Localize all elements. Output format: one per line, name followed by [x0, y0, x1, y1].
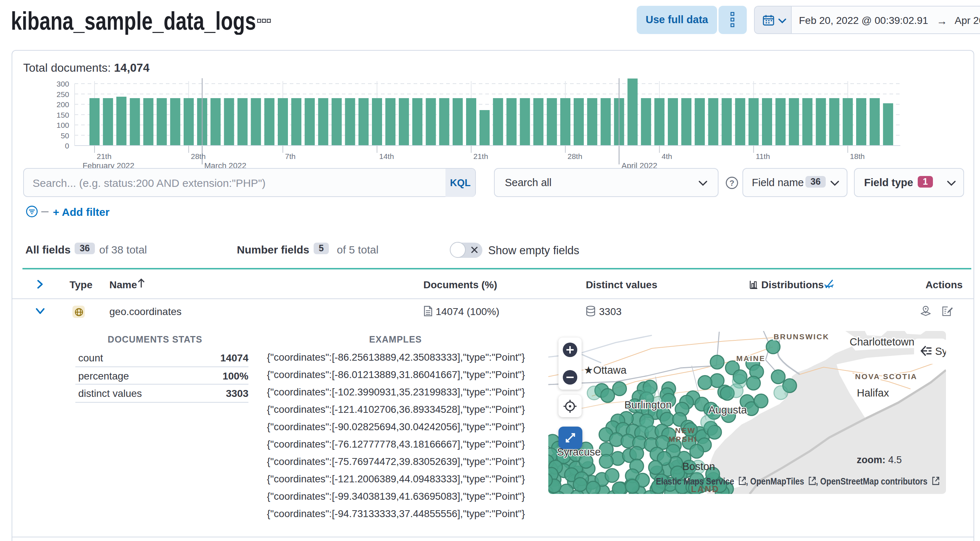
svg-text:Boston: Boston [682, 460, 715, 472]
svg-text:zoom: 4.5: zoom: 4.5 [856, 454, 902, 465]
svg-text:Charlottetown: Charlottetown [850, 336, 915, 347]
svg-text:4th: 4th [662, 152, 672, 161]
svg-text:NOVA SCOTIA: NOVA SCOTIA [855, 372, 917, 380]
svg-text:7th: 7th [285, 152, 296, 161]
svg-text:Augusta: Augusta [708, 404, 747, 415]
svg-text:11th: 11th [756, 152, 770, 161]
svg-text:200: 200 [57, 100, 69, 109]
svg-text:100: 100 [57, 121, 69, 129]
svg-text:18th: 18th [850, 152, 865, 161]
svg-text:MPSHI: MPSHI [668, 434, 697, 443]
svg-text:Halifax: Halifax [857, 387, 889, 398]
svg-text:MAINE: MAINE [736, 354, 765, 362]
svg-text:★Ottawa: ★Ottawa [584, 364, 627, 376]
svg-text:NEW: NEW [675, 426, 696, 434]
svg-text:Sy: Sy [935, 345, 946, 357]
svg-text:0: 0 [65, 142, 69, 150]
svg-text:14th: 14th [379, 152, 394, 161]
svg-text:21th: 21th [97, 152, 111, 161]
svg-text:28th: 28th [191, 152, 206, 161]
svg-text:150: 150 [57, 111, 69, 119]
svg-text:Burlington: Burlington [624, 399, 672, 410]
svg-text:BRUNSWICK: BRUNSWICK [773, 332, 829, 341]
svg-text:250: 250 [57, 90, 69, 99]
svg-text:?: ? [729, 178, 734, 188]
svg-text:28th: 28th [568, 152, 582, 161]
svg-text:50: 50 [61, 132, 69, 140]
svg-text:300: 300 [57, 80, 69, 88]
svg-text:21th: 21th [473, 152, 488, 161]
